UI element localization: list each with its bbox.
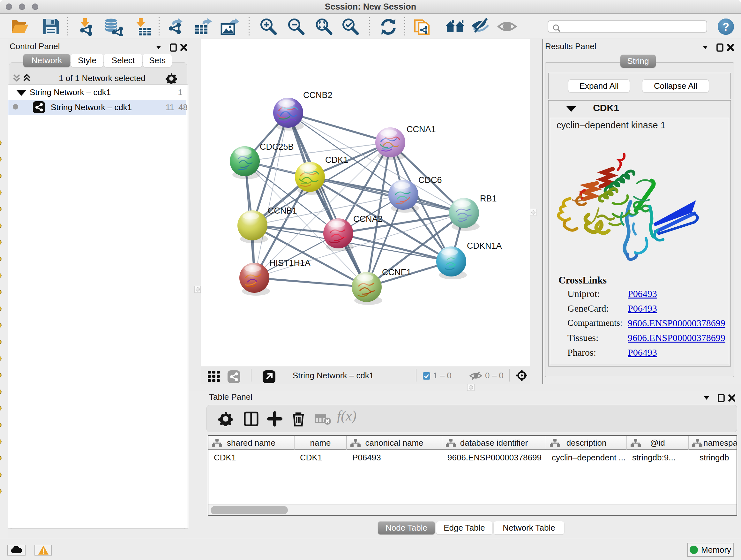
svg-text:CCNB1: CCNB1 bbox=[268, 206, 297, 215]
svg-text:HIST1H1A: HIST1H1A bbox=[269, 258, 311, 268]
svg-text:CCNA1: CCNA1 bbox=[407, 125, 436, 134]
svg-text:CCNB2: CCNB2 bbox=[303, 90, 333, 100]
svg-text:CDC25B: CDC25B bbox=[260, 142, 294, 152]
svg-text:CCNA2: CCNA2 bbox=[353, 214, 383, 224]
svg-text:CDKN1A: CDKN1A bbox=[467, 241, 502, 251]
svg-text:CDK1: CDK1 bbox=[325, 155, 348, 165]
svg-text:CCNE1: CCNE1 bbox=[382, 267, 411, 277]
svg-text:?: ? bbox=[723, 21, 729, 33]
svg-text:CDC6: CDC6 bbox=[418, 175, 442, 185]
svg-text:RB1: RB1 bbox=[480, 194, 497, 203]
